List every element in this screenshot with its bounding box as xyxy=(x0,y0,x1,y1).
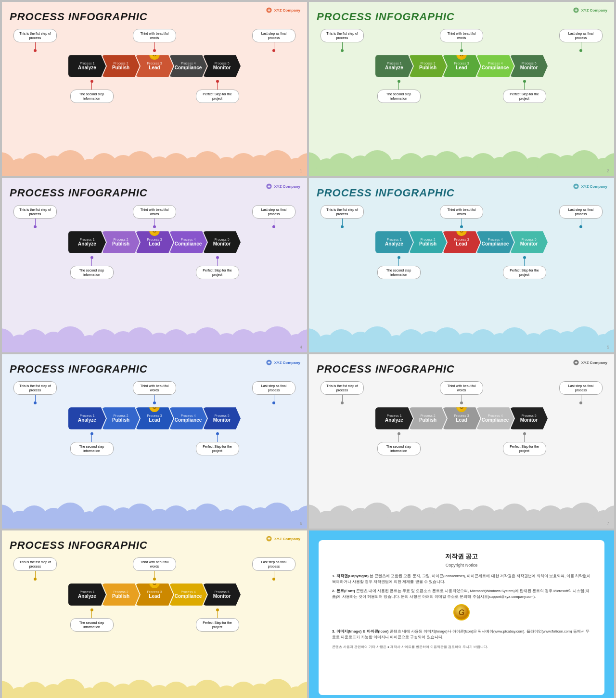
slide-title: PROCESS INFOGRAPHIC xyxy=(10,539,299,552)
callout-bubble-bottom: The second step information xyxy=(377,90,421,103)
copyright-subtitle: Copyright Notice xyxy=(332,562,591,569)
process-row: Process 1AnalyzeProcess 2PublishGProcess… xyxy=(12,231,297,253)
process-name: Analyze xyxy=(385,241,403,246)
callout-bubble: Third with beautiful words xyxy=(440,381,483,395)
callout-bottom-1: Perfect Step for the project xyxy=(196,608,239,632)
process-label: Process 3 xyxy=(147,62,162,65)
callout-bottom-0: The second step information xyxy=(70,432,114,455)
process-box-3: Process 4Compliance xyxy=(169,583,207,606)
slide-title: PROCESS INFOGRAPHIC xyxy=(10,363,299,375)
process-name: Publish xyxy=(419,65,436,70)
process-name: Monitor xyxy=(520,65,538,70)
callouts-bottom: The second step informationPerfect Step … xyxy=(317,256,606,279)
callout-bottom-1: Perfect Step for the project xyxy=(196,432,239,455)
callout-bottom-1: Perfect Step for the project xyxy=(196,256,239,279)
slide-1: XYZ CompanyPROCESS INFOGRAPHICThis is th… xyxy=(2,2,307,176)
logo: XYZ Company xyxy=(266,183,300,190)
svg-rect-83 xyxy=(309,345,614,352)
callouts-top: This is the fist step of processThird wi… xyxy=(317,29,606,52)
callout-bubble-bottom: The second step information xyxy=(70,442,114,455)
callouts-top: This is the fist step of processThird wi… xyxy=(317,205,606,228)
process-box-0: Process 1Analyze xyxy=(375,407,413,429)
callout-bottom-1: Perfect Step for the project xyxy=(196,80,239,103)
process-box-0: Process 1Analyze xyxy=(68,231,106,253)
process-name: Publish xyxy=(112,241,129,246)
callout-bubble: Third with beautiful words xyxy=(133,381,176,395)
process-label: Process 2 xyxy=(420,62,435,65)
callout-dot xyxy=(153,578,156,581)
callout-line xyxy=(342,395,343,401)
callout-top-1: Third with beautiful words xyxy=(440,205,483,228)
process-name: Analyze xyxy=(78,65,96,70)
page-number: 1 xyxy=(300,168,302,173)
callout-dot xyxy=(579,225,582,228)
logo-text: XYZ Company xyxy=(274,8,300,13)
process-name: Lead xyxy=(456,417,467,423)
copyright-section-heading: 1. 저작권(Copyright) xyxy=(332,574,370,578)
svg-point-145 xyxy=(295,682,307,698)
callout-line-bottom xyxy=(91,83,92,90)
process-box-4: Process 5Monitor xyxy=(203,407,241,429)
process-label: Process 1 xyxy=(386,238,401,241)
callout-line xyxy=(35,571,36,578)
clouds xyxy=(309,323,614,352)
callout-bubble-bottom: Perfect Step for the project xyxy=(196,442,239,455)
process-label: Process 5 xyxy=(521,62,536,65)
callout-dot xyxy=(272,401,275,404)
callout-line xyxy=(462,395,462,401)
callout-bottom-0: The second step information xyxy=(377,432,421,455)
process-label: Process 2 xyxy=(420,414,435,417)
callout-bubble: Last step as final process xyxy=(559,205,603,219)
callout-bubble: Third with beautiful words xyxy=(440,29,483,42)
slide-title: PROCESS INFOGRAPHIC xyxy=(10,187,299,199)
process-label: Process 2 xyxy=(113,62,128,65)
process-box-2: GProcess 3Lead xyxy=(136,231,173,253)
callout-top-1: Third with beautiful words xyxy=(440,29,483,52)
callout-dot xyxy=(272,578,275,581)
logo-icon xyxy=(266,7,272,13)
clouds xyxy=(2,323,307,352)
process-label: Process 5 xyxy=(214,62,229,65)
logo-icon xyxy=(573,183,579,190)
process-name: Compliance xyxy=(482,241,509,246)
process-box-1: Process 2Publish xyxy=(409,407,447,429)
callout-line xyxy=(154,395,155,401)
callout-line xyxy=(35,219,36,225)
callout-top-0: This is the fist step of process xyxy=(13,29,57,52)
svg-rect-41 xyxy=(309,169,614,176)
logo-icon xyxy=(266,183,272,190)
callout-bubble-bottom: Perfect Step for the project xyxy=(196,266,239,279)
callout-line-bottom xyxy=(524,259,525,266)
callout-bubble-bottom: The second step information xyxy=(377,442,421,455)
slide-6: XYZ CompanyPROCESS INFOGRAPHICThis is th… xyxy=(309,354,614,529)
page-number: 6 xyxy=(300,521,302,526)
callout-bubble: This is the fist step of process xyxy=(13,205,57,219)
logo: XYZ Company xyxy=(266,359,300,366)
callout-top-2: Last step as final process xyxy=(252,29,295,52)
callout-line xyxy=(581,395,581,401)
process-name: Analyze xyxy=(78,241,96,246)
process-name: Publish xyxy=(112,594,129,599)
process-box-0: Process 1Analyze xyxy=(375,55,413,77)
process-label: Process 3 xyxy=(454,62,469,65)
slide-title: PROCESS INFOGRAPHIC xyxy=(10,11,299,23)
callout-bubble: Third with beautiful words xyxy=(133,29,176,42)
callout-top-2: Last step as final process xyxy=(559,29,603,52)
callout-bubble-bottom: Perfect Step for the project xyxy=(503,90,546,103)
slide-5: XYZ CompanyPROCESS INFOGRAPHICThis is th… xyxy=(2,354,307,529)
callout-line-bottom xyxy=(217,259,218,266)
logo-icon xyxy=(573,359,579,366)
callout-line-bottom xyxy=(398,435,399,442)
callout-line-bottom xyxy=(217,611,218,618)
process-box-1: Process 2Publish xyxy=(409,231,447,253)
process-label: Process 5 xyxy=(214,414,229,417)
logo-text: XYZ Company xyxy=(274,361,300,365)
callout-bottom-0: The second step information xyxy=(70,608,114,632)
callout-top-2: Last step as final process xyxy=(559,381,603,404)
callout-line-bottom xyxy=(91,611,92,618)
callout-bottom-0: The second step information xyxy=(377,80,421,103)
callout-dot xyxy=(272,49,275,52)
callout-line-bottom xyxy=(524,435,525,442)
process-box-2: GProcess 3Lead xyxy=(443,55,480,77)
process-label: Process 1 xyxy=(79,414,94,417)
